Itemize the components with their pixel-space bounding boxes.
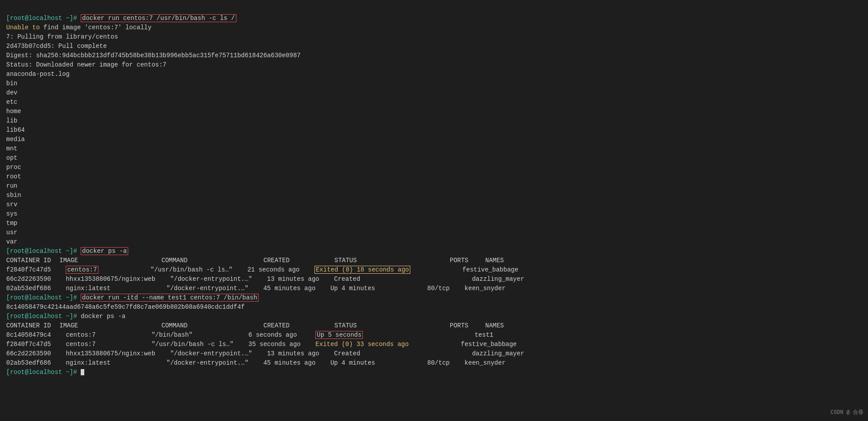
output-srv: srv <box>6 201 17 208</box>
table2-row4: 02ab53edf686 nginx:latest "/docker-entry… <box>6 359 506 366</box>
table1-row2: 66c2d2263590 hhxx1353880675/nginx:web "/… <box>6 275 524 283</box>
image-centos7-box: centos:7 <box>66 266 98 274</box>
output-sbin: sbin <box>6 192 21 199</box>
table1-header: CONTAINER IDIMAGECOMMANDCREATEDSTATUSPOR… <box>6 257 556 264</box>
prompt-line-4: [root@localhost ~]# docker ps -a <box>6 313 126 320</box>
prompt-line-3: [root@localhost ~]# docker run -itd --na… <box>6 294 259 302</box>
output-lib: lib <box>6 117 17 124</box>
table1-row1: f2840f7c47d5 centos:7 "/usr/bin/bash -c … <box>6 266 518 274</box>
output-root: root <box>6 173 21 180</box>
table2-header: CONTAINER IDIMAGECOMMANDCREATEDSTATUSPOR… <box>6 322 556 329</box>
output-digest: Digest: sha256:9d4bcbbb213dfd745b58be38b… <box>6 52 301 59</box>
output-home: home <box>6 108 21 115</box>
cursor <box>81 369 84 375</box>
table2-row3: 66c2d2263590 hhxx1353880675/nginx:web "/… <box>6 350 524 357</box>
terminal-output: [root@localhost ~]# docker run centos:7 … <box>6 4 862 377</box>
output-bin: bin <box>6 80 17 87</box>
output-opt: opt <box>6 154 17 161</box>
output-status: Status: Downloaded newer image for cento… <box>6 61 166 68</box>
output-pull-complete: 2d473b07cdd5: Pull complete <box>6 43 107 50</box>
output-pulling: 7: Pulling from library/centos <box>6 33 118 40</box>
output-dev: dev <box>6 89 17 96</box>
table1-row3: 02ab53edf686 nginx:latest "/docker-entry… <box>6 285 506 292</box>
output-tmp: tmp <box>6 220 17 227</box>
output-unable: Unable to find image 'centos:7' locally <box>6 24 152 31</box>
table2-row2: f2840f7c47d5 centos:7 "/usr/bin/bash -c … <box>6 341 517 348</box>
output-anaconda: anaconda-post.log <box>6 71 70 78</box>
table2-row1: 8c14058479c4 centos:7 "/bin/bash" 6 seco… <box>6 331 493 339</box>
output-mnt: mnt <box>6 145 17 152</box>
command-3: docker run -itd --name test1 centos:7 /b… <box>81 294 259 302</box>
prompt-user: [root@localhost ~]# <box>6 15 77 22</box>
output-run: run <box>6 182 17 189</box>
up-seconds-box: Up 5 seconds <box>315 331 363 339</box>
output-proc: proc <box>6 164 21 171</box>
command-1: docker run centos:7 /usr/bin/bash -c ls … <box>81 14 236 22</box>
output-container-id: 8c14058479c42144aad6748a6c5fe59c7fd8c7ae… <box>6 303 245 311</box>
output-sys: sys <box>6 210 17 217</box>
output-etc: etc <box>6 98 17 106</box>
output-lib64: lib64 <box>6 126 25 134</box>
prompt-line-2: [root@localhost ~]# docker ps -a <box>6 247 128 255</box>
watermark: CSDN @ 合香 <box>831 409 864 417</box>
prompt-line-1: [root@localhost ~]# docker run centos:7 … <box>6 14 236 22</box>
output-var: var <box>6 238 17 245</box>
exited-status-box: Exited (0) 18 seconds ago <box>314 266 410 274</box>
prompt-line-5: [root@localhost ~]# <box>6 369 84 376</box>
output-media: media <box>6 136 25 143</box>
command-2: docker ps -a <box>81 247 128 255</box>
output-usr: usr <box>6 229 17 236</box>
